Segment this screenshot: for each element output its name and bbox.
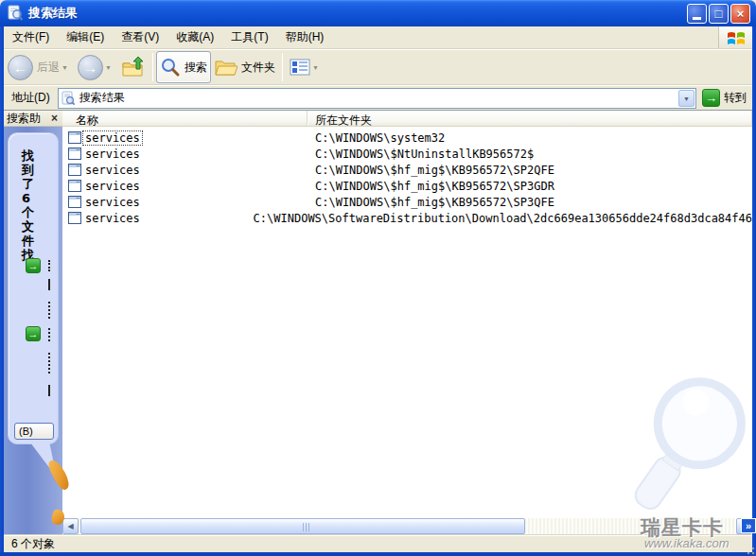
menu-tools[interactable]: 工具(T) [222, 26, 276, 49]
go-label: 转到 [724, 90, 747, 106]
menu-favorites[interactable]: 收藏(A) [167, 26, 222, 49]
file-name[interactable]: services [83, 212, 142, 225]
column-headers: 名称 所在文件夹 [62, 111, 752, 127]
search-option-arrow-icon[interactable]: → [26, 326, 41, 341]
magnifier-watermark [607, 373, 752, 518]
file-name[interactable]: services [83, 131, 142, 145]
forward-button[interactable]: → ▼ [74, 51, 117, 83]
statusbar: 6 个对象 [4, 534, 752, 552]
search-result-message: 找到了6个文件找 [22, 148, 37, 262]
close-sidebar-icon[interactable]: × [49, 112, 60, 125]
forward-dropdown-icon[interactable]: ▼ [105, 64, 112, 71]
close-icon: × [737, 7, 745, 21]
horizontal-scrollbar[interactable]: ◀ ▶ [62, 518, 752, 534]
go-button[interactable]: → 转到 [700, 89, 752, 107]
table-row[interactable]: services C:\WINDOWS\system32 [62, 130, 752, 146]
search-button[interactable]: 搜索 [156, 51, 211, 83]
go-arrow-icon: → [702, 89, 720, 107]
search-companion-header: 搜索助 × [4, 111, 62, 127]
menu-file[interactable]: 文件(F) [4, 26, 58, 49]
address-value: 搜索结果 [79, 90, 125, 106]
search-icon [160, 57, 181, 78]
explorer-window: 搜索结果 □ × 文件(F) 编辑(E) 查看(V) 收藏(A) 工具(T) 帮… [0, 0, 756, 556]
views-button[interactable]: ▼ [286, 51, 325, 83]
window-border [0, 552, 756, 556]
folders-button[interactable]: 文件夹 [211, 51, 279, 83]
table-row[interactable]: services C:\WINDOWS\SoftwareDistribution… [62, 210, 752, 226]
menu-help[interactable]: 帮助(H) [277, 26, 333, 49]
back-dropdown-icon[interactable]: ▼ [62, 64, 68, 71]
toolbar-separator [152, 53, 153, 81]
minimize-icon [693, 17, 701, 20]
file-name[interactable]: services [83, 164, 142, 177]
file-folder: C:\WINDOWS\SoftwareDistribution\Download… [246, 212, 752, 225]
back-icon: ← [8, 55, 33, 80]
table-row[interactable]: services C:\WINDOWS\$hf_mig$\KB956572\SP… [62, 194, 752, 210]
resize-grip[interactable] [745, 545, 756, 556]
menubar: 文件(F) 编辑(E) 查看(V) 收藏(A) 工具(T) 帮助(H) [4, 26, 752, 49]
chevron-down-icon: ▼ [683, 96, 690, 102]
forward-icon: → [78, 55, 103, 80]
application-icon [68, 148, 81, 160]
maximize-icon: □ [715, 7, 723, 21]
windows-logo [718, 26, 752, 48]
status-object-count: 6 个对象 [11, 536, 55, 552]
file-folder: C:\WINDOWS\$hf_mig$\KB956572\SP2QFE [308, 164, 752, 177]
search-companion-panel: 搜索助 × 找到了6个文件找 → → (B) [4, 111, 62, 534]
scrollbar-thumb[interactable] [80, 518, 525, 534]
back-button[interactable]: ← 后退 ▼ [4, 51, 74, 83]
application-icon [68, 131, 81, 144]
search-option-arrow-icon[interactable]: → [26, 258, 41, 273]
search-results-icon [7, 5, 24, 22]
clipped-text [48, 260, 50, 271]
back-label: 后退 [37, 60, 60, 76]
scroll-right-icon[interactable]: ▶ [736, 518, 752, 534]
window-border [0, 25, 4, 556]
sidebar-back-button[interactable]: (B) [14, 423, 54, 440]
application-icon [68, 180, 81, 192]
table-row[interactable]: services C:\WINDOWS\$hf_mig$\KB956572\SP… [62, 162, 752, 178]
address-page-icon [61, 91, 76, 106]
views-dropdown-icon[interactable]: ▼ [312, 64, 319, 71]
results-list: services C:\WINDOWS\system32 services C:… [62, 130, 752, 226]
search-companion-title: 搜索助 [7, 111, 49, 127]
column-header-name[interactable]: 名称 [62, 111, 308, 126]
toolbar: ← 后退 ▼ → ▼ 搜索 [4, 49, 752, 85]
file-name[interactable]: services [83, 180, 142, 193]
window-title: 搜索结果 [28, 5, 78, 22]
application-icon [68, 164, 81, 176]
clipped-text [48, 279, 50, 290]
file-name[interactable]: services [83, 196, 142, 209]
file-folder: C:\WINDOWS\$hf_mig$\KB956572\SP3QFE [308, 196, 752, 209]
search-label: 搜索 [185, 60, 207, 76]
menu-edit[interactable]: 编辑(E) [58, 26, 113, 49]
views-icon [290, 58, 310, 77]
file-folder: C:\WINDOWS\system32 [308, 131, 752, 145]
file-folder: C:\WINDOWS\$NtUninstallKB956572$ [308, 148, 752, 161]
menu-view[interactable]: 查看(V) [113, 26, 167, 49]
table-row[interactable]: services C:\WINDOWS\$hf_mig$\KB956572\SP… [62, 178, 752, 194]
application-icon [68, 212, 81, 224]
clipped-text [48, 328, 50, 341]
close-button[interactable]: × [730, 4, 750, 24]
up-button[interactable] [117, 51, 149, 83]
address-label: 地址(D) [4, 90, 58, 106]
scroll-left-icon[interactable]: ◀ [62, 518, 79, 534]
folders-label: 文件夹 [241, 60, 275, 76]
clipped-text [48, 385, 50, 396]
address-dropdown-button[interactable]: ▼ [678, 90, 694, 107]
addressbar: 地址(D) 搜索结果 ▼ → 转到 [4, 85, 752, 111]
table-row[interactable]: services C:\WINDOWS\$NtUninstallKB956572… [62, 146, 752, 162]
file-name[interactable]: services [83, 148, 142, 161]
address-combobox[interactable]: 搜索结果 ▼ [58, 88, 696, 109]
window-border [752, 25, 756, 556]
up-folder-icon [121, 56, 146, 78]
column-header-folder[interactable]: 所在文件夹 [308, 111, 752, 126]
results-pane: 名称 所在文件夹 services C:\WINDOWS\system32 se… [62, 111, 752, 518]
titlebar[interactable]: 搜索结果 □ × [0, 0, 756, 26]
folders-icon [215, 58, 237, 77]
minimize-button[interactable] [687, 4, 707, 24]
search-companion-balloon: 找到了6个文件找 → → (B) [8, 132, 59, 444]
maximize-button[interactable]: □ [709, 4, 729, 24]
clipped-text [48, 302, 50, 319]
